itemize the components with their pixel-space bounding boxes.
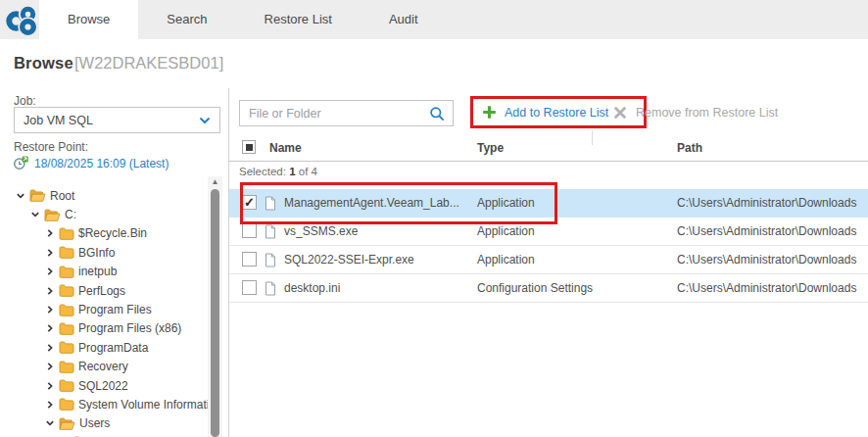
table-row[interactable]: desktop.iniConfiguration SettingsC:\User… xyxy=(229,274,868,303)
tab-audit[interactable]: Audit xyxy=(361,0,447,39)
select-all-checkbox[interactable] xyxy=(242,140,256,154)
chevron-right-icon[interactable] xyxy=(45,400,55,410)
tree-item-program-files[interactable]: Program Files xyxy=(0,300,211,318)
tab-search[interactable]: Search xyxy=(138,0,235,39)
file-icon xyxy=(265,224,276,239)
tree-item-users[interactable]: Users xyxy=(0,414,211,433)
tree-item-label: Program Files xyxy=(78,303,152,316)
gray-x-icon xyxy=(613,106,627,120)
open-folder-icon xyxy=(44,209,61,221)
tree-item-administrator[interactable]: Administrator xyxy=(0,433,211,437)
page-machine-name: [W22DRAKESBD01] xyxy=(74,54,223,73)
file-icon xyxy=(265,196,276,211)
scrollbar-thumb[interactable] xyxy=(211,189,219,437)
table-header: Name Type Path xyxy=(229,135,868,162)
tree-item-c-[interactable]: C: xyxy=(0,205,211,223)
cell-type: Application xyxy=(477,246,535,274)
tree-item-label: inetpub xyxy=(78,265,117,278)
tree-item-program-files-x86-[interactable]: Program Files (x86) xyxy=(0,319,211,338)
row-checkbox-checked[interactable]: ✓ xyxy=(242,195,257,210)
closed-folder-icon xyxy=(59,322,74,335)
top-nav-bar: BrowseSearchRestore ListAudit xyxy=(0,0,868,39)
tree-item-root[interactable]: Root xyxy=(0,186,211,205)
tree-item-recovery[interactable]: Recovery xyxy=(0,358,211,376)
magnifier-icon[interactable] xyxy=(429,106,446,122)
chevron-right-icon[interactable] xyxy=(45,362,55,371)
scroll-up-arrow-icon[interactable]: ▲ xyxy=(208,177,222,186)
chevron-down-icon[interactable] xyxy=(16,191,25,201)
tree-item-label: System Volume Information xyxy=(78,398,222,412)
tree-item-label: Root xyxy=(50,189,74,203)
closed-folder-icon xyxy=(59,379,74,392)
folder-tree: RootC:$Recycle.BinBGInfoinetpubPerfLogsP… xyxy=(0,186,211,437)
job-dropdown-value: Job VM SQL xyxy=(24,114,93,127)
closed-folder-icon xyxy=(59,266,74,278)
chevron-right-icon[interactable] xyxy=(45,286,55,296)
cell-name: SQL2022-SSEI-Expr.exe xyxy=(284,246,414,274)
chevron-right-icon[interactable] xyxy=(45,267,55,276)
nav-tabs: BrowseSearchRestore ListAudit xyxy=(39,0,447,39)
tree-item-label: PerfLogs xyxy=(78,284,125,298)
tab-restore-list[interactable]: Restore List xyxy=(236,0,361,39)
tree-item-programdata[interactable]: ProgramData xyxy=(0,338,211,357)
tree-item-bginfo[interactable]: BGInfo xyxy=(0,243,211,262)
sidebar-scrollbar[interactable]: ▲ xyxy=(208,176,222,437)
column-header-type[interactable]: Type xyxy=(477,141,504,155)
chevron-down-icon[interactable] xyxy=(30,210,40,219)
tree-item-perflogs[interactable]: PerfLogs xyxy=(0,281,211,300)
tab-browse[interactable]: Browse xyxy=(39,0,138,39)
file-list-panel: Add to Restore List Remove from Restore … xyxy=(229,88,868,437)
table-row[interactable]: ✓ManagementAgent.Veeam_Lab...Application… xyxy=(229,189,868,218)
tree-item--recycle-bin[interactable]: $Recycle.Bin xyxy=(0,224,211,243)
restore-point-value: 18/08/2025 16:09 (Latest) xyxy=(34,157,169,170)
closed-folder-icon xyxy=(59,398,74,411)
closed-folder-icon xyxy=(59,246,74,259)
column-header-path[interactable]: Path xyxy=(677,141,702,155)
chevron-right-icon[interactable] xyxy=(45,343,55,353)
cell-path: C:\Users\Administrator\Downloads xyxy=(677,189,856,218)
chevron-right-icon[interactable] xyxy=(45,305,55,315)
row-checkbox[interactable] xyxy=(242,280,257,295)
add-to-restore-list-label: Add to Restore List xyxy=(505,106,608,120)
cell-type: Application xyxy=(477,218,535,246)
chevron-down-icon[interactable] xyxy=(45,418,55,428)
table-row[interactable]: SQL2022-SSEI-Expr.exeApplicationC:\Users… xyxy=(229,246,868,274)
file-icon xyxy=(265,253,276,267)
tree-item-label: Recovery xyxy=(78,360,128,373)
tree-item-label: BGInfo xyxy=(78,246,115,260)
remove-from-restore-list-button[interactable]: Remove from Restore List xyxy=(613,96,778,128)
closed-folder-icon xyxy=(59,341,74,354)
column-header-name[interactable]: Name xyxy=(269,141,302,155)
job-dropdown[interactable]: Job VM SQL xyxy=(14,107,220,133)
tree-item-label: $Recycle.Bin xyxy=(78,226,147,240)
chevron-right-icon[interactable] xyxy=(45,381,55,391)
chevron-right-icon[interactable] xyxy=(45,248,55,258)
search-box xyxy=(239,100,454,126)
clock-with-green-arrow-icon xyxy=(13,156,28,170)
row-checkbox[interactable] xyxy=(242,223,257,238)
search-input[interactable] xyxy=(240,101,453,125)
cell-type: Application xyxy=(477,189,535,218)
tree-item-system-volume-information[interactable]: System Volume Information xyxy=(0,395,211,413)
chevron-right-icon[interactable] xyxy=(45,323,55,333)
restore-point-label: Restore Point: xyxy=(14,140,88,154)
cell-name: vs_SSMS.exe xyxy=(284,218,358,246)
restore-point-item[interactable]: 18/08/2025 16:09 (Latest) xyxy=(13,156,169,170)
job-label: Job: xyxy=(14,94,36,108)
tree-item-inetpub[interactable]: inetpub xyxy=(0,263,211,281)
tree-item-label: C: xyxy=(65,208,76,221)
cell-type: Configuration Settings xyxy=(477,274,593,303)
tree-item-label: Program Files (x86) xyxy=(78,321,181,335)
green-plus-icon xyxy=(482,105,497,120)
title-bar: Browse [W22DRAKESBD01] xyxy=(0,39,868,88)
table-row[interactable]: vs_SSMS.exeApplicationC:\Users\Administr… xyxy=(229,218,868,246)
tree-item-sql2022[interactable]: SQL2022 xyxy=(0,376,211,395)
open-folder-icon xyxy=(59,417,75,430)
closed-folder-icon xyxy=(59,304,74,316)
closed-folder-icon xyxy=(59,227,74,240)
tree-item-label: ProgramData xyxy=(78,341,148,355)
sidebar: Job: Job VM SQL Restore Point: 18/08/202… xyxy=(0,88,229,437)
chevron-down-icon xyxy=(199,117,211,124)
row-checkbox[interactable] xyxy=(242,252,257,267)
chevron-right-icon[interactable] xyxy=(45,228,55,238)
